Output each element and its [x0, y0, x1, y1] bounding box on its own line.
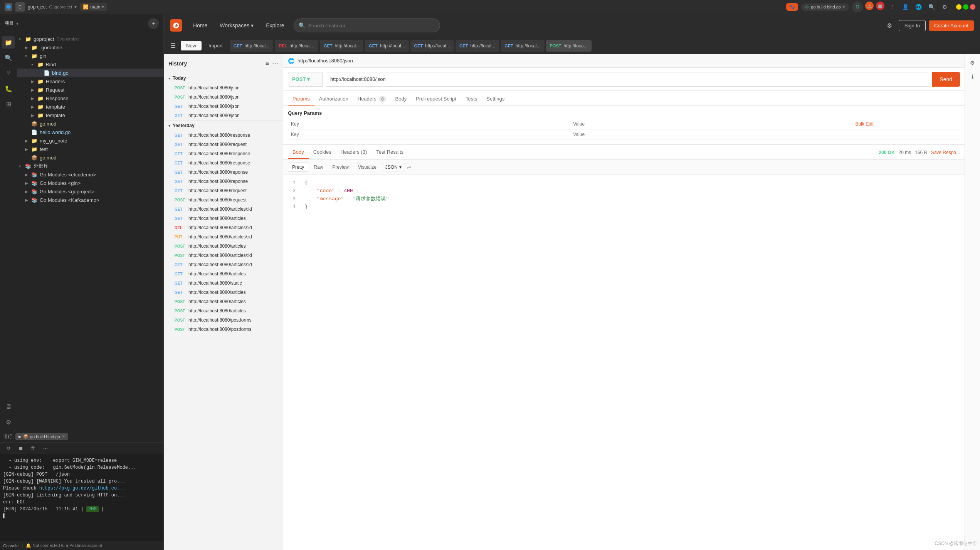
resp-tab-cookies[interactable]: Cookies	[309, 146, 336, 159]
history-item[interactable]: GEThttp://localhost:8080/articles/:id	[164, 260, 283, 269]
request-tab-2[interactable]: GET http://local...	[320, 40, 363, 52]
history-item[interactable]: GEThttp://localhost:8080/reponse	[164, 177, 283, 186]
terminal-link[interactable]: https://pkg.go.dev/github.co...	[39, 486, 125, 491]
view-visualize-btn[interactable]: Visualize	[354, 163, 380, 171]
history-item[interactable]: GEThttp://localhost:8080/articles	[164, 269, 283, 278]
tab-headers[interactable]: Headers 8	[353, 93, 391, 106]
create-account-button[interactable]: Create Account	[929, 20, 974, 31]
tree-item-external-libs[interactable]: ▾ 📚 外部库	[17, 162, 163, 170]
sidebar-icon-bottom[interactable]: ⚙	[2, 416, 15, 428]
history-item[interactable]: GEThttp://localhost:8080/articles	[164, 288, 283, 297]
history-item[interactable]: POSThttp://localhost:8080/articles	[164, 297, 283, 306]
history-item[interactable]: GET http://localhost:8080/json	[164, 111, 283, 120]
ide-new-item-button[interactable]: +	[148, 18, 159, 29]
nav-settings-btn[interactable]: ⚙	[883, 19, 896, 32]
warning-icon[interactable]: ⚠	[865, 2, 874, 10]
history-item[interactable]: GEThttp://localhost:8080/static	[164, 278, 283, 288]
minimize-button[interactable]	[956, 4, 962, 10]
go-icon[interactable]: G	[852, 2, 863, 12]
tree-item-response[interactable]: ▶ 📁 Response	[17, 94, 163, 102]
tree-item-goproject-mod[interactable]: ▶ 📚 Go Modules <goproject>	[17, 187, 163, 196]
new-request-button[interactable]: New	[181, 41, 202, 50]
run-item-close[interactable]: ✕	[62, 434, 65, 439]
terminal-clear-btn[interactable]: 🗑	[28, 443, 39, 454]
sidebar-icon-explorer[interactable]: 📁	[2, 36, 15, 49]
history-item[interactable]: GEThttp://localhost:8080/response	[164, 131, 283, 140]
tab-tests[interactable]: Tests	[461, 93, 482, 106]
format-selector[interactable]: JSON ▾	[382, 163, 405, 171]
save-response-button[interactable]: Save Respo...	[931, 150, 960, 155]
history-item[interactable]: POSThttp://localhost:8080/articles	[164, 241, 283, 251]
nav-home[interactable]: Home	[190, 21, 210, 30]
sidebar-icon-git[interactable]: ⑂	[2, 67, 15, 79]
history-item[interactable]: GEThttp://localhost:8080/articles/:id	[164, 205, 283, 214]
nav-workspaces[interactable]: Workspaces ▾	[217, 21, 257, 30]
import-button[interactable]: Import	[203, 41, 228, 50]
settings-icon[interactable]: ⚙	[939, 2, 950, 12]
tab-body[interactable]: Body	[391, 93, 412, 106]
request-tab-4[interactable]: GET http://local...	[410, 40, 454, 52]
request-tab-3[interactable]: GET http://local...	[365, 40, 408, 52]
sign-in-button[interactable]: Sign In	[899, 20, 926, 31]
tree-item-bind[interactable]: ▾ 📁 Bind	[17, 60, 163, 69]
history-item[interactable]: GEThttp://localhost:8080/response	[164, 149, 283, 158]
view-preview-btn[interactable]: Preview	[328, 163, 353, 171]
history-group-yesterday-header[interactable]: ▾ Yesterday	[164, 121, 283, 131]
tree-item-source[interactable]: ▶ 📁 template	[17, 102, 163, 111]
history-item[interactable]: DELhttp://localhost:8080/articles/:id	[164, 223, 283, 232]
right-icon-info[interactable]: ℹ	[967, 71, 978, 82]
terminal-console-btn[interactable]: Console	[3, 543, 18, 548]
wrap-lines-btn[interactable]: ⇌	[407, 164, 411, 170]
right-icon-settings[interactable]: ⚙	[967, 57, 978, 69]
close-button[interactable]	[970, 4, 975, 10]
history-item[interactable]: POSThttp://localhost:8080/postforms	[164, 325, 283, 334]
build-badge[interactable]: ⚙ go build bind.go ▾	[801, 3, 849, 11]
translate-icon[interactable]: 🌐	[913, 2, 924, 12]
run-item-build[interactable]: ▶ 📦 go build bind.go ✕	[15, 433, 68, 440]
resp-tab-headers[interactable]: Headers (3)	[336, 146, 372, 159]
history-item[interactable]: GEThttp://localhost:8080/articles	[164, 214, 283, 223]
history-item[interactable]: GEThttp://localhost:8080/request	[164, 186, 283, 195]
nav-search-bar[interactable]: 🔍 Search Postman	[294, 18, 440, 32]
history-filter-button[interactable]: ≡	[266, 60, 269, 67]
request-tab-6[interactable]: GET http://local...	[501, 40, 544, 52]
tree-item-template[interactable]: ▶ 📁 template	[17, 111, 163, 119]
terminal-more-btn[interactable]: ⋯	[40, 443, 51, 454]
os-project-label[interactable]: goproject G:\goproject ▾	[28, 4, 77, 10]
tree-item-gin-mod[interactable]: ▶ 📚 Go Modules <gin>	[17, 179, 163, 187]
sidebar-icon-extensions[interactable]: ⊞	[2, 98, 15, 110]
sidebar-icon-debug[interactable]: 🐛	[2, 82, 15, 95]
url-input[interactable]	[326, 72, 929, 87]
user-icon[interactable]: 👤	[900, 2, 911, 12]
sidebar-toggle-btn[interactable]: ☰	[167, 40, 179, 52]
history-item[interactable]: GET http://localhost:8080/json	[164, 102, 283, 111]
request-tab-0[interactable]: GET http://local...	[230, 40, 273, 52]
request-tab-7-active[interactable]: POST http://loca...	[546, 40, 592, 52]
history-item[interactable]: POST http://localhost:8080/json	[164, 92, 283, 102]
param-key-input[interactable]	[291, 132, 567, 137]
run-stop-icon[interactable]: ◼	[876, 2, 884, 10]
tab-settings[interactable]: Settings	[482, 93, 509, 106]
maximize-button[interactable]	[963, 4, 968, 10]
terminal-reload-btn[interactable]: ↺	[3, 443, 14, 454]
tree-item-mygonode[interactable]: ▶ 📁 my_go_note	[17, 136, 163, 145]
history-item[interactable]: GEThttp://localhost:8080/response	[164, 158, 283, 168]
view-pretty-btn[interactable]: Pretty	[288, 163, 308, 172]
tree-item-etcddemo[interactable]: ▶ 📚 Go Modules <etcddemo>	[17, 170, 163, 179]
search-icon[interactable]: 🔍	[926, 2, 937, 12]
tree-item-gomod2[interactable]: 📦 go.mod	[17, 153, 163, 162]
tab-pre-request-script[interactable]: Pre-request Script	[411, 93, 461, 106]
history-item[interactable]: POSThttp://localhost:8080/postforms	[164, 315, 283, 325]
send-button[interactable]: Send	[932, 72, 960, 87]
bulk-edit-link[interactable]: Bulk Edit	[856, 121, 874, 127]
request-tab-5[interactable]: GET http://local...	[456, 40, 499, 52]
resp-tab-body[interactable]: Body	[288, 146, 309, 159]
more-icon[interactable]: ⋮	[887, 2, 898, 12]
param-value-input[interactable]	[573, 132, 849, 137]
history-item[interactable]: POST http://localhost:8080/json	[164, 83, 283, 92]
history-item[interactable]: PUThttp://localhost:8080/articles/:id	[164, 232, 283, 241]
nav-explore[interactable]: Explore	[263, 21, 287, 30]
tree-item-goroutine[interactable]: ▶ 📁 -goroutine-	[17, 43, 163, 52]
tree-item-gin[interactable]: ▾ 📁 gin	[17, 52, 163, 60]
tab-authorization[interactable]: Authorization	[314, 93, 353, 106]
